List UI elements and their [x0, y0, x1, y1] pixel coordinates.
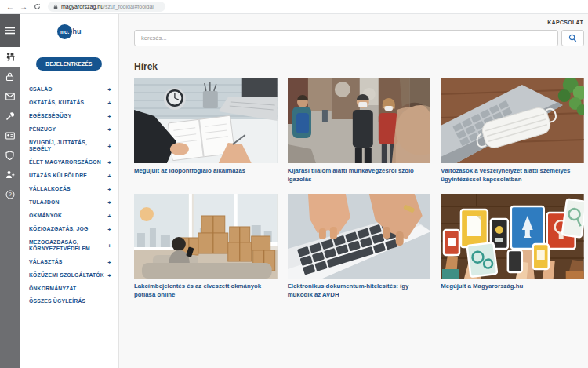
icon-rail: ?: [0, 14, 20, 368]
url-host: magyarorszag.hu: [61, 4, 103, 9]
shield-icon[interactable]: [0, 145, 20, 165]
news-image-planner: [134, 78, 278, 163]
expand-plus-icon: +: [107, 100, 111, 107]
contact-link[interactable]: KAPCSOLAT: [547, 20, 583, 25]
news-card-appointment-app[interactable]: Megújult az időpontfoglaló alkalmazás: [134, 78, 278, 184]
browser-forward-icon[interactable]: →: [18, 2, 29, 13]
address-bar[interactable]: magyarorszag.hu/szuf_fooldal#fooldal: [48, 2, 165, 12]
expand-plus-icon: +: [107, 259, 111, 266]
sidebar-item-penzugy[interactable]: PÉNZÜGY+: [20, 123, 118, 137]
news-card-avdh-authentication[interactable]: Elektronikus dokumentum-hitelesítés: így…: [288, 194, 431, 300]
sidebar-item-mezogazdasag-kornyezetvedelem[interactable]: MEZŐGAZDASÁG, KÖRNYEZETVÉDELEM+: [20, 236, 118, 256]
news-title: Megújult a Magyarország.hu: [441, 282, 584, 300]
news-image-moving-boxes: [134, 194, 278, 279]
sidebar-item-oktatas-kutatas[interactable]: OKTATÁS, KUTATÁS+: [20, 97, 118, 110]
sidebar-item-kozigazgatas-jog[interactable]: KÖZIGAZGATÁS, JOG+: [20, 223, 118, 236]
envelope-icon[interactable]: [0, 86, 20, 106]
sidebar-item-kozuzemi-szolgaltatok[interactable]: KÖZÜZEMI SZOLGÁLTATÓK+: [20, 269, 118, 282]
expand-plus-icon: +: [107, 199, 111, 206]
add-user-icon[interactable]: [0, 165, 20, 184]
news-card-emergency-admin-changes[interactable]: Változások a veszélyhelyzet alatti szemé…: [441, 78, 584, 184]
expand-plus-icon: +: [107, 186, 111, 193]
sidebar-item-valasztas[interactable]: VÁLASZTÁS+: [20, 256, 118, 269]
logo-circle: mo.: [57, 24, 72, 39]
expand-plus-icon: +: [107, 159, 111, 166]
wrench-icon[interactable]: [0, 106, 20, 126]
expand-plus-icon: +: [107, 113, 111, 120]
news-image-typing-hands: [288, 194, 431, 279]
sidebar-item-vallalkozas[interactable]: VÁLLALKOZÁS+: [20, 183, 118, 196]
sidebar-item-onkormanyzat[interactable]: ÖNKORMÁNYZAT: [20, 282, 118, 295]
padlock-icon[interactable]: [0, 67, 20, 86]
news-title: Változások a veszélyhelyzet alatti szemé…: [441, 167, 584, 184]
workstation-icon[interactable]: [0, 47, 20, 67]
news-title: Lakcímbejelentés és az elveszett okmányo…: [134, 282, 278, 300]
search-button[interactable]: [561, 30, 584, 46]
news-card-renewed-portal[interactable]: Megújult a Magyarország.hu: [441, 194, 584, 300]
sidebar: mo. hu BEJELENTKEZÉS CSALÁD+ OKTATÁS, KU…: [20, 14, 119, 368]
magnifier-icon: [568, 34, 577, 42]
url-path: /szuf_fooldal#fooldal: [103, 4, 154, 9]
news-title: Kijárási tilalom alatti munkavégzésről s…: [288, 167, 431, 184]
expand-plus-icon: +: [107, 126, 111, 133]
expand-plus-icon: +: [107, 272, 111, 279]
sidebar-item-csalad[interactable]: CSALÁD+: [20, 83, 118, 97]
logo-suffix: hu: [73, 27, 82, 35]
search-input[interactable]: [134, 30, 558, 46]
expand-plus-icon: +: [107, 173, 111, 180]
expand-plus-icon: +: [107, 143, 111, 150]
browser-back-icon[interactable]: ←: [5, 2, 16, 13]
id-card-icon[interactable]: [0, 126, 20, 145]
svg-text:?: ?: [9, 191, 12, 197]
news-image-devices: [441, 194, 584, 279]
news-title: Megújult az időpontfoglaló alkalmazás: [134, 167, 278, 184]
mo-hu-logo[interactable]: mo. hu: [20, 14, 118, 49]
sidebar-item-osszes-ugyleiras[interactable]: ÖSSZES ÜGYLEÍRÁS: [20, 295, 118, 308]
expand-plus-icon: +: [107, 213, 111, 220]
sidebar-item-nyugdij-juttatas-segely[interactable]: NYUGDÍJ, JUTTATÁS, SEGÉLY+: [20, 137, 118, 156]
news-image-mask-laptop: [441, 78, 584, 163]
news-title: Elektronikus dokumentum-hitelesítés: így…: [288, 282, 431, 300]
category-menu: CSALÁD+ OKTATÁS, KUTATÁS+ EGÉSZSÉGÜGY+ P…: [20, 78, 118, 308]
news-image-street: [288, 78, 431, 163]
hamburger-menu-icon[interactable]: [0, 14, 20, 47]
search-bar: [134, 30, 584, 46]
expand-plus-icon: +: [107, 86, 111, 93]
news-card-address-registration[interactable]: Lakcímbejelentés és az elveszett okmányo…: [134, 194, 278, 300]
expand-plus-icon: +: [107, 226, 111, 233]
main-content: KAPCSOLAT Hírek: [120, 14, 588, 368]
divider: [134, 53, 584, 53]
login-button[interactable]: BEJELENTKEZÉS: [36, 57, 102, 71]
news-heading: Hírek: [134, 61, 588, 72]
expand-plus-icon: +: [107, 242, 111, 250]
sidebar-item-egeszsegugy[interactable]: EGÉSZSÉGÜGY+: [20, 110, 118, 123]
https-padlock-icon: [53, 4, 58, 10]
sidebar-item-okmanyok[interactable]: OKMÁNYOK+: [20, 210, 118, 223]
sidebar-item-elet-magyarorszagon[interactable]: ÉLET MAGYARORSZÁGON+: [20, 156, 118, 169]
sidebar-item-utazas-kulfoldre[interactable]: UTAZÁS KÜLFÖLDRE+: [20, 169, 118, 183]
help-question-icon[interactable]: ?: [0, 184, 20, 204]
browser-reload-icon[interactable]: [31, 2, 42, 13]
news-grid: Megújult az időpontfoglaló alkalmazás: [134, 78, 584, 300]
magyarorszag-hu-portal: ← → magyarorszag.hu/szuf_fooldal#fooldal: [0, 0, 588, 368]
news-card-curfew-certificate[interactable]: Kijárási tilalom alatti munkavégzésről s…: [288, 78, 431, 184]
browser-toolbar: ← → magyarorszag.hu/szuf_fooldal#fooldal: [0, 0, 588, 14]
sidebar-item-tulajdon[interactable]: TULAJDON+: [20, 196, 118, 210]
